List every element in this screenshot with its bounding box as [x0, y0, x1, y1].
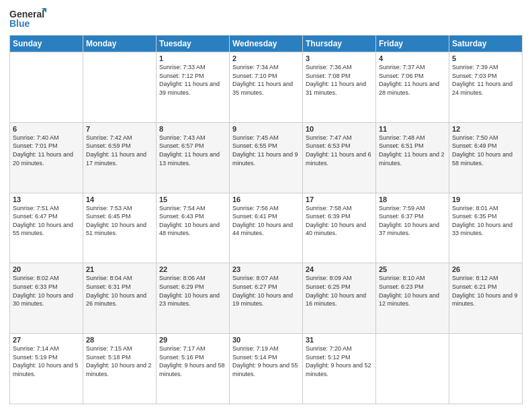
calendar-cell: 9Sunrise: 7:45 AMSunset: 6:55 PMDaylight… — [230, 122, 303, 193]
calendar-cell — [376, 334, 449, 404]
weekday-header: Tuesday — [157, 36, 230, 52]
day-info: Sunrise: 8:06 AMSunset: 6:29 PMDaylight:… — [159, 274, 226, 308]
calendar-cell: 7Sunrise: 7:42 AMSunset: 6:59 PMDaylight… — [83, 122, 157, 193]
day-number: 31 — [306, 336, 373, 344]
day-number: 17 — [306, 195, 373, 203]
weekday-header: Monday — [83, 36, 157, 52]
logo: General Blue — [9, 7, 46, 31]
day-number: 25 — [379, 265, 446, 273]
day-info: Sunrise: 7:53 AMSunset: 6:45 PMDaylight:… — [86, 204, 153, 238]
day-number: 27 — [13, 336, 80, 344]
day-info: Sunrise: 8:09 AMSunset: 6:25 PMDaylight:… — [306, 274, 373, 308]
day-number: 14 — [86, 195, 153, 203]
calendar-row: 20Sunrise: 8:02 AMSunset: 6:33 PMDayligh… — [10, 263, 523, 334]
day-info: Sunrise: 7:59 AMSunset: 6:37 PMDaylight:… — [379, 204, 446, 238]
day-info: Sunrise: 8:10 AMSunset: 6:23 PMDaylight:… — [379, 274, 446, 308]
day-number: 5 — [452, 54, 519, 62]
calendar-cell: 30Sunrise: 7:19 AMSunset: 5:14 PMDayligh… — [230, 334, 303, 404]
calendar-cell: 17Sunrise: 7:58 AMSunset: 6:39 PMDayligh… — [303, 193, 376, 263]
day-number: 22 — [159, 265, 226, 273]
day-number: 30 — [232, 336, 300, 344]
calendar-cell: 20Sunrise: 8:02 AMSunset: 6:33 PMDayligh… — [10, 263, 83, 334]
calendar-cell: 29Sunrise: 7:17 AMSunset: 5:16 PMDayligh… — [157, 334, 230, 404]
calendar-cell: 4Sunrise: 7:37 AMSunset: 7:06 PMDaylight… — [376, 52, 449, 123]
calendar-cell: 23Sunrise: 8:07 AMSunset: 6:27 PMDayligh… — [230, 263, 303, 334]
calendar-cell: 16Sunrise: 7:56 AMSunset: 6:41 PMDayligh… — [230, 193, 303, 263]
day-number: 2 — [232, 54, 300, 62]
calendar-cell: 6Sunrise: 7:40 AMSunset: 7:01 PMDaylight… — [10, 122, 83, 193]
calendar-cell: 21Sunrise: 8:04 AMSunset: 6:31 PMDayligh… — [83, 263, 157, 334]
day-number: 16 — [232, 195, 300, 203]
day-number: 21 — [86, 265, 153, 273]
page-header: General Blue — [9, 7, 523, 31]
calendar-cell — [449, 334, 523, 404]
day-number: 7 — [86, 125, 153, 133]
weekday-header: Wednesday — [230, 36, 303, 52]
day-info: Sunrise: 8:01 AMSunset: 6:35 PMDaylight:… — [452, 204, 519, 238]
day-number: 18 — [379, 195, 446, 203]
day-info: Sunrise: 7:39 AMSunset: 7:03 PMDaylight:… — [452, 63, 519, 97]
calendar-cell: 3Sunrise: 7:36 AMSunset: 7:08 PMDaylight… — [303, 52, 376, 123]
day-number: 26 — [452, 265, 519, 273]
calendar-row: 13Sunrise: 7:51 AMSunset: 6:47 PMDayligh… — [10, 193, 523, 263]
day-info: Sunrise: 7:48 AMSunset: 6:51 PMDaylight:… — [379, 134, 446, 167]
calendar-header-row: SundayMondayTuesdayWednesdayThursdayFrid… — [10, 36, 523, 52]
day-number: 10 — [306, 125, 373, 133]
day-number: 20 — [13, 265, 80, 273]
calendar-cell: 1Sunrise: 7:33 AMSunset: 7:12 PMDaylight… — [157, 52, 230, 123]
calendar-cell: 15Sunrise: 7:54 AMSunset: 6:43 PMDayligh… — [157, 193, 230, 263]
calendar-cell: 26Sunrise: 8:12 AMSunset: 6:21 PMDayligh… — [449, 263, 523, 334]
day-info: Sunrise: 7:36 AMSunset: 7:08 PMDaylight:… — [306, 63, 373, 97]
day-info: Sunrise: 7:33 AMSunset: 7:12 PMDaylight:… — [159, 63, 226, 97]
day-number: 11 — [379, 125, 446, 133]
day-info: Sunrise: 7:17 AMSunset: 5:16 PMDaylight:… — [159, 345, 226, 378]
day-info: Sunrise: 7:54 AMSunset: 6:43 PMDaylight:… — [159, 204, 226, 238]
day-number: 23 — [232, 265, 300, 273]
day-info: Sunrise: 7:45 AMSunset: 6:55 PMDaylight:… — [232, 134, 300, 167]
calendar-cell: 12Sunrise: 7:50 AMSunset: 6:49 PMDayligh… — [449, 122, 523, 193]
day-info: Sunrise: 7:40 AMSunset: 7:01 PMDaylight:… — [13, 134, 80, 167]
calendar-cell: 5Sunrise: 7:39 AMSunset: 7:03 PMDaylight… — [449, 52, 523, 123]
day-number: 24 — [306, 265, 373, 273]
calendar-cell: 2Sunrise: 7:34 AMSunset: 7:10 PMDaylight… — [230, 52, 303, 123]
day-info: Sunrise: 7:43 AMSunset: 6:57 PMDaylight:… — [159, 134, 226, 167]
day-info: Sunrise: 8:07 AMSunset: 6:27 PMDaylight:… — [232, 274, 300, 308]
day-info: Sunrise: 7:15 AMSunset: 5:18 PMDaylight:… — [86, 345, 153, 378]
weekday-header: Friday — [376, 36, 449, 52]
calendar-cell: 11Sunrise: 7:48 AMSunset: 6:51 PMDayligh… — [376, 122, 449, 193]
calendar-cell: 19Sunrise: 8:01 AMSunset: 6:35 PMDayligh… — [449, 193, 523, 263]
day-info: Sunrise: 7:14 AMSunset: 5:19 PMDaylight:… — [13, 345, 80, 378]
calendar-cell: 27Sunrise: 7:14 AMSunset: 5:19 PMDayligh… — [10, 334, 83, 404]
day-number: 19 — [452, 195, 519, 203]
day-info: Sunrise: 8:04 AMSunset: 6:31 PMDaylight:… — [86, 274, 153, 308]
day-number: 15 — [159, 195, 226, 203]
calendar-cell: 31Sunrise: 7:20 AMSunset: 5:12 PMDayligh… — [303, 334, 376, 404]
calendar-row: 6Sunrise: 7:40 AMSunset: 7:01 PMDaylight… — [10, 122, 523, 193]
weekday-header: Saturday — [449, 36, 523, 52]
calendar-cell: 18Sunrise: 7:59 AMSunset: 6:37 PMDayligh… — [376, 193, 449, 263]
day-info: Sunrise: 7:37 AMSunset: 7:06 PMDaylight:… — [379, 63, 446, 97]
svg-text:Blue: Blue — [9, 18, 30, 29]
day-info: Sunrise: 7:58 AMSunset: 6:39 PMDaylight:… — [306, 204, 373, 238]
logo-svg: General Blue — [9, 7, 46, 31]
day-info: Sunrise: 7:47 AMSunset: 6:53 PMDaylight:… — [306, 134, 373, 167]
day-info: Sunrise: 7:42 AMSunset: 6:59 PMDaylight:… — [86, 134, 153, 167]
calendar-cell: 24Sunrise: 8:09 AMSunset: 6:25 PMDayligh… — [303, 263, 376, 334]
weekday-header: Thursday — [303, 36, 376, 52]
calendar-cell — [10, 52, 83, 123]
calendar-cell: 28Sunrise: 7:15 AMSunset: 5:18 PMDayligh… — [83, 334, 157, 404]
day-number: 29 — [159, 336, 226, 344]
calendar-cell: 10Sunrise: 7:47 AMSunset: 6:53 PMDayligh… — [303, 122, 376, 193]
calendar-row: 27Sunrise: 7:14 AMSunset: 5:19 PMDayligh… — [10, 334, 523, 404]
day-number: 9 — [232, 125, 300, 133]
calendar-table: SundayMondayTuesdayWednesdayThursdayFrid… — [9, 35, 523, 404]
day-number: 1 — [159, 54, 226, 62]
calendar-cell: 22Sunrise: 8:06 AMSunset: 6:29 PMDayligh… — [157, 263, 230, 334]
day-info: Sunrise: 8:12 AMSunset: 6:21 PMDaylight:… — [452, 274, 519, 308]
day-info: Sunrise: 8:02 AMSunset: 6:33 PMDaylight:… — [13, 274, 80, 308]
weekday-header: Sunday — [10, 36, 83, 52]
day-number: 6 — [13, 125, 80, 133]
day-number: 13 — [13, 195, 80, 203]
day-number: 8 — [159, 125, 226, 133]
calendar-row: 1Sunrise: 7:33 AMSunset: 7:12 PMDaylight… — [10, 52, 523, 123]
